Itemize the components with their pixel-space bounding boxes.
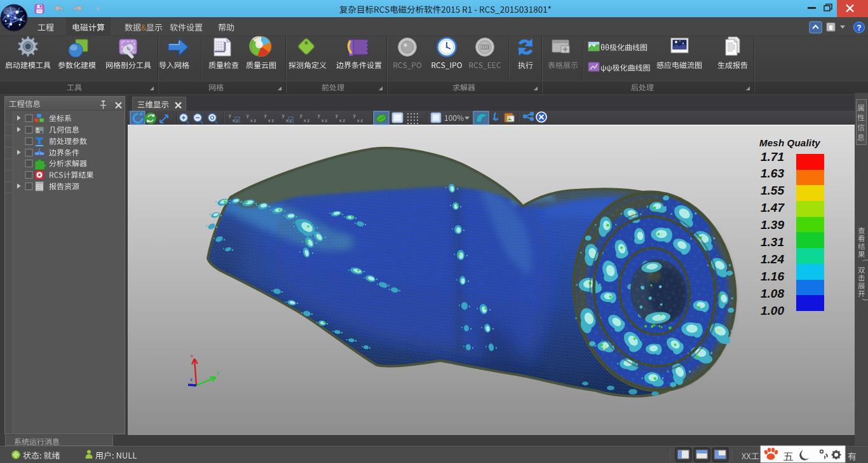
- svg-text:y: y: [229, 113, 231, 118]
- svg-text:y: y: [300, 113, 302, 118]
- svg-text:x z: x z: [304, 118, 309, 123]
- svg-text:x z: x z: [339, 118, 345, 123]
- svg-text:x z: x z: [357, 118, 363, 123]
- svg-text:y: y: [282, 113, 285, 118]
- svg-text:y: y: [247, 113, 249, 118]
- svg-text:y: y: [318, 113, 320, 118]
- svg-text:y: y: [353, 113, 356, 118]
- svg-text:x z: x z: [250, 118, 256, 123]
- svg-text:?: ?: [857, 24, 861, 32]
- svg-text:y: y: [336, 113, 338, 118]
- svg-text:x z: x z: [322, 118, 327, 123]
- svg-text:y: y: [264, 113, 267, 118]
- svg-text:x z: x z: [268, 118, 274, 123]
